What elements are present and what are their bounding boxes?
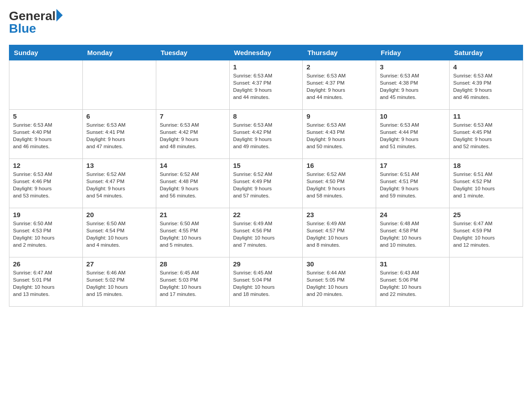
day-number: 14 xyxy=(160,162,226,169)
day-number: 18 xyxy=(453,162,519,169)
week-row-1: 1Sunrise: 6:53 AM Sunset: 4:37 PM Daylig… xyxy=(9,60,523,110)
calendar-cell: 20Sunrise: 6:50 AM Sunset: 4:54 PM Dayli… xyxy=(82,208,156,257)
day-number: 7 xyxy=(160,112,226,120)
day-header-wednesday: Wednesday xyxy=(229,45,303,60)
calendar-cell: 8Sunrise: 6:53 AM Sunset: 4:42 PM Daylig… xyxy=(229,110,303,159)
day-number: 5 xyxy=(13,112,79,120)
day-info: Sunrise: 6:48 AM Sunset: 4:58 PM Dayligh… xyxy=(380,220,446,248)
day-info: Sunrise: 6:53 AM Sunset: 4:42 PM Dayligh… xyxy=(160,121,226,150)
day-info: Sunrise: 6:53 AM Sunset: 4:41 PM Dayligh… xyxy=(86,121,152,150)
day-number: 16 xyxy=(306,162,372,169)
day-headers-row: SundayMondayTuesdayWednesdayThursdayFrid… xyxy=(9,45,523,60)
calendar-cell: 14Sunrise: 6:52 AM Sunset: 4:48 PM Dayli… xyxy=(156,159,229,208)
calendar-cell: 16Sunrise: 6:52 AM Sunset: 4:50 PM Dayli… xyxy=(303,159,376,208)
day-info: Sunrise: 6:50 AM Sunset: 4:53 PM Dayligh… xyxy=(13,220,79,248)
day-info: Sunrise: 6:52 AM Sunset: 4:50 PM Dayligh… xyxy=(306,171,372,199)
day-number: 19 xyxy=(13,211,79,218)
day-info: Sunrise: 6:52 AM Sunset: 4:48 PM Dayligh… xyxy=(160,171,226,199)
calendar-cell: 5Sunrise: 6:53 AM Sunset: 4:40 PM Daylig… xyxy=(9,110,83,159)
calendar-cell: 7Sunrise: 6:53 AM Sunset: 4:42 PM Daylig… xyxy=(156,110,229,159)
calendar-cell: 24Sunrise: 6:48 AM Sunset: 4:58 PM Dayli… xyxy=(376,208,450,257)
day-number: 12 xyxy=(13,162,79,169)
day-number: 31 xyxy=(380,260,446,268)
day-info: Sunrise: 6:53 AM Sunset: 4:43 PM Dayligh… xyxy=(306,121,372,150)
calendar-table: SundayMondayTuesdayWednesdayThursdayFrid… xyxy=(9,45,523,307)
calendar-cell: 18Sunrise: 6:51 AM Sunset: 4:52 PM Dayli… xyxy=(450,159,523,208)
day-info: Sunrise: 6:53 AM Sunset: 4:45 PM Dayligh… xyxy=(453,121,519,150)
day-info: Sunrise: 6:47 AM Sunset: 5:01 PM Dayligh… xyxy=(13,269,79,298)
day-number: 9 xyxy=(306,112,372,120)
day-info: Sunrise: 6:50 AM Sunset: 4:55 PM Dayligh… xyxy=(160,220,226,248)
day-info: Sunrise: 6:53 AM Sunset: 4:42 PM Dayligh… xyxy=(233,121,299,150)
calendar-cell: 13Sunrise: 6:52 AM Sunset: 4:47 PM Dayli… xyxy=(82,159,156,208)
calendar-cell: 1Sunrise: 6:53 AM Sunset: 4:37 PM Daylig… xyxy=(229,60,303,110)
calendar-cell xyxy=(450,257,523,307)
day-number: 23 xyxy=(306,211,372,218)
calendar-cell: 31Sunrise: 6:43 AM Sunset: 5:06 PM Dayli… xyxy=(376,257,450,307)
day-number: 1 xyxy=(233,63,299,71)
calendar-cell: 10Sunrise: 6:53 AM Sunset: 4:44 PM Dayli… xyxy=(376,110,450,159)
week-row-5: 26Sunrise: 6:47 AM Sunset: 5:01 PM Dayli… xyxy=(9,257,523,307)
calendar-cell: 25Sunrise: 6:47 AM Sunset: 4:59 PM Dayli… xyxy=(450,208,523,257)
calendar-cell: 27Sunrise: 6:46 AM Sunset: 5:02 PM Dayli… xyxy=(82,257,156,307)
day-number: 27 xyxy=(86,260,152,268)
day-number: 26 xyxy=(13,260,79,268)
day-number: 13 xyxy=(86,162,152,169)
day-number: 20 xyxy=(86,211,152,218)
day-info: Sunrise: 6:53 AM Sunset: 4:37 PM Dayligh… xyxy=(233,72,299,101)
calendar-cell: 23Sunrise: 6:49 AM Sunset: 4:57 PM Dayli… xyxy=(303,208,376,257)
logo-arrow-icon xyxy=(56,9,63,21)
calendar-cell: 22Sunrise: 6:49 AM Sunset: 4:56 PM Dayli… xyxy=(229,208,303,257)
day-info: Sunrise: 6:46 AM Sunset: 5:02 PM Dayligh… xyxy=(86,269,152,298)
day-number: 30 xyxy=(306,260,372,268)
week-row-3: 12Sunrise: 6:53 AM Sunset: 4:46 PM Dayli… xyxy=(9,159,523,208)
day-info: Sunrise: 6:53 AM Sunset: 4:40 PM Dayligh… xyxy=(13,121,79,150)
day-info: Sunrise: 6:43 AM Sunset: 5:06 PM Dayligh… xyxy=(380,269,446,298)
day-info: Sunrise: 6:52 AM Sunset: 4:47 PM Dayligh… xyxy=(86,171,152,199)
day-info: Sunrise: 6:45 AM Sunset: 5:03 PM Dayligh… xyxy=(160,269,226,298)
day-info: Sunrise: 6:53 AM Sunset: 4:44 PM Dayligh… xyxy=(380,121,446,150)
calendar-cell: 21Sunrise: 6:50 AM Sunset: 4:55 PM Dayli… xyxy=(156,208,229,257)
week-row-2: 5Sunrise: 6:53 AM Sunset: 4:40 PM Daylig… xyxy=(9,110,523,159)
day-info: Sunrise: 6:53 AM Sunset: 4:38 PM Dayligh… xyxy=(380,72,446,101)
day-info: Sunrise: 6:49 AM Sunset: 4:57 PM Dayligh… xyxy=(306,220,372,248)
day-info: Sunrise: 6:51 AM Sunset: 4:51 PM Dayligh… xyxy=(380,171,446,199)
calendar-cell: 17Sunrise: 6:51 AM Sunset: 4:51 PM Dayli… xyxy=(376,159,450,208)
day-number: 21 xyxy=(160,211,226,218)
calendar-cell: 15Sunrise: 6:52 AM Sunset: 4:49 PM Dayli… xyxy=(229,159,303,208)
day-header-friday: Friday xyxy=(376,45,450,60)
day-number: 22 xyxy=(233,211,299,218)
day-info: Sunrise: 6:53 AM Sunset: 4:37 PM Dayligh… xyxy=(306,72,372,101)
calendar-cell: 29Sunrise: 6:45 AM Sunset: 5:04 PM Dayli… xyxy=(229,257,303,307)
calendar-cell: 2Sunrise: 6:53 AM Sunset: 4:37 PM Daylig… xyxy=(303,60,376,110)
day-info: Sunrise: 6:51 AM Sunset: 4:52 PM Dayligh… xyxy=(453,171,519,199)
day-info: Sunrise: 6:45 AM Sunset: 5:04 PM Dayligh… xyxy=(233,269,299,298)
page-header: General Blue xyxy=(9,9,523,36)
day-number: 8 xyxy=(233,112,299,120)
calendar-cell: 12Sunrise: 6:53 AM Sunset: 4:46 PM Dayli… xyxy=(9,159,83,208)
day-number: 15 xyxy=(233,162,299,169)
day-number: 29 xyxy=(233,260,299,268)
day-number: 10 xyxy=(380,112,446,120)
day-number: 25 xyxy=(453,211,519,218)
day-info: Sunrise: 6:53 AM Sunset: 4:39 PM Dayligh… xyxy=(453,72,519,101)
calendar-cell: 30Sunrise: 6:44 AM Sunset: 5:05 PM Dayli… xyxy=(303,257,376,307)
day-info: Sunrise: 6:47 AM Sunset: 4:59 PM Dayligh… xyxy=(453,220,519,248)
calendar-cell: 3Sunrise: 6:53 AM Sunset: 4:38 PM Daylig… xyxy=(376,60,450,110)
logo: General Blue xyxy=(9,9,63,36)
day-info: Sunrise: 6:50 AM Sunset: 4:54 PM Dayligh… xyxy=(86,220,152,248)
calendar-cell: 6Sunrise: 6:53 AM Sunset: 4:41 PM Daylig… xyxy=(82,110,156,159)
day-info: Sunrise: 6:44 AM Sunset: 5:05 PM Dayligh… xyxy=(306,269,372,298)
day-header-sunday: Sunday xyxy=(9,45,83,60)
day-number: 4 xyxy=(453,63,519,71)
day-number: 17 xyxy=(380,162,446,169)
calendar-cell xyxy=(82,60,156,110)
day-number: 3 xyxy=(380,63,446,71)
calendar-cell: 28Sunrise: 6:45 AM Sunset: 5:03 PM Dayli… xyxy=(156,257,229,307)
day-info: Sunrise: 6:49 AM Sunset: 4:56 PM Dayligh… xyxy=(233,220,299,248)
day-info: Sunrise: 6:53 AM Sunset: 4:46 PM Dayligh… xyxy=(13,171,79,199)
day-header-monday: Monday xyxy=(82,45,156,60)
calendar-cell: 11Sunrise: 6:53 AM Sunset: 4:45 PM Dayli… xyxy=(450,110,523,159)
calendar-cell xyxy=(156,60,229,110)
day-header-tuesday: Tuesday xyxy=(156,45,229,60)
